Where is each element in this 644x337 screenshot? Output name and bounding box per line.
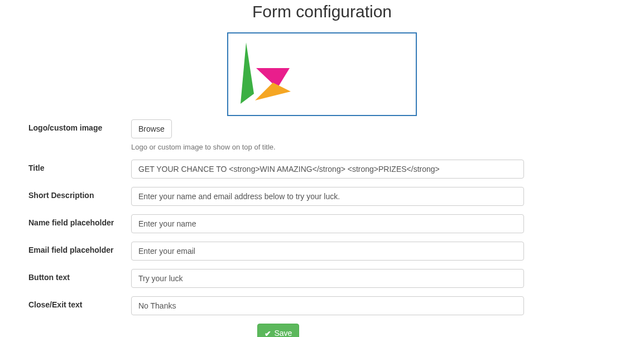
close-text-input[interactable] [131, 296, 524, 315]
button-text-input[interactable] [131, 269, 524, 288]
page-title: Form configuration [8, 2, 636, 21]
email-placeholder-input[interactable] [131, 242, 524, 261]
svg-marker-2 [255, 83, 291, 100]
title-label: Title [27, 160, 131, 172]
logo-image [234, 38, 301, 110]
save-button[interactable]: ✔ Save [257, 324, 300, 337]
email-placeholder-label: Email field placeholder [27, 242, 131, 254]
title-input[interactable] [131, 160, 524, 179]
logo-preview[interactable] [227, 32, 417, 116]
short-description-label: Short Description [27, 187, 131, 200]
logo-label: Logo/custom image [27, 119, 131, 132]
button-text-label: Button text [27, 269, 131, 282]
browse-button[interactable]: Browse [131, 119, 172, 138]
save-button-label: Save [274, 329, 292, 337]
close-text-label: Close/Exit text [27, 296, 131, 309]
short-description-input[interactable] [131, 187, 524, 206]
check-icon: ✔ [265, 328, 271, 337]
logo-help-text: Logo or custom image to show on top of t… [131, 143, 524, 151]
name-placeholder-label: Name field placeholder [27, 214, 131, 227]
svg-marker-0 [241, 42, 254, 104]
name-placeholder-input[interactable] [131, 214, 524, 233]
